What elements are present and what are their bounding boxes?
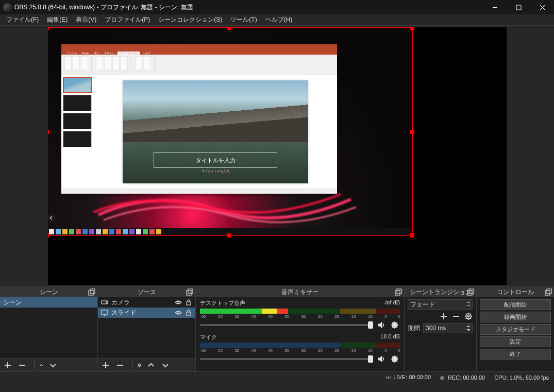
duration-value: 300 ms xyxy=(426,325,446,332)
start-streaming-button[interactable]: 配信開始 xyxy=(480,299,551,310)
maximize-button[interactable] xyxy=(507,0,530,14)
audio-mixer-dock: 音声ミキサー デスクトップ音声 -inf dB -60-55-50 -45-40… xyxy=(196,287,405,371)
add-transition-button[interactable] xyxy=(439,312,448,321)
remove-source-button[interactable] xyxy=(115,361,125,370)
add-source-button[interactable] xyxy=(101,361,110,370)
minimize-button[interactable] xyxy=(483,0,507,14)
chevron-left-icon xyxy=(48,213,56,223)
lock-toggle-icon[interactable] xyxy=(185,299,192,306)
scene-item[interactable]: シーン xyxy=(0,297,97,308)
svg-point-22 xyxy=(468,316,469,317)
svg-point-16 xyxy=(394,325,396,326)
add-scene-button[interactable] xyxy=(3,361,12,370)
move-scene-up-button[interactable] xyxy=(34,361,43,370)
dock-popout-icon[interactable] xyxy=(395,288,402,297)
svg-point-6 xyxy=(177,301,179,303)
resize-handle[interactable] xyxy=(410,27,414,30)
preview-area: ファイルHome挿入 デザインスライドショーヘルプ xyxy=(0,26,554,286)
channel-settings-button[interactable] xyxy=(390,354,400,364)
dock-popout-icon[interactable] xyxy=(186,288,193,297)
camera-icon xyxy=(101,299,108,306)
studio-mode-button[interactable]: スタジオモード xyxy=(480,324,551,335)
duration-spinbox[interactable]: 300 ms xyxy=(423,323,473,333)
transition-properties-button[interactable] xyxy=(464,312,473,321)
resize-handle[interactable] xyxy=(48,233,49,237)
obs-logo-icon xyxy=(3,3,11,11)
settings-button[interactable]: 設定 xyxy=(480,336,551,347)
start-recording-button[interactable]: 録画開始 xyxy=(480,312,551,322)
channel-name: マイク xyxy=(200,333,217,341)
svg-point-9 xyxy=(177,312,179,314)
channel-settings-button[interactable] xyxy=(390,320,400,330)
move-source-down-button[interactable] xyxy=(161,361,170,370)
source-item[interactable]: スライド xyxy=(98,308,195,318)
menu-scene-collection[interactable]: シーンコレクション(S) xyxy=(154,14,226,25)
lock-toggle-icon[interactable] xyxy=(185,309,192,316)
menu-help[interactable]: ヘルプ(H) xyxy=(261,14,297,25)
selection-box[interactable]: ファイルHome挿入 デザインスライドショーヘルプ xyxy=(48,27,413,236)
svg-point-25 xyxy=(388,377,390,379)
live-time-label: LIVE: 00:00:00 xyxy=(393,374,431,380)
source-item[interactable]: カメラ xyxy=(98,297,195,308)
scenes-dock: シーン シーン xyxy=(0,287,98,371)
rec-status: REC: 00:00:00 xyxy=(440,374,485,381)
close-button[interactable] xyxy=(530,0,554,14)
source-properties-button[interactable] xyxy=(132,361,141,370)
volume-meter xyxy=(200,343,400,348)
dock-popout-icon[interactable] xyxy=(545,288,552,297)
dock-popout-icon[interactable] xyxy=(88,288,95,297)
mute-button[interactable] xyxy=(376,354,387,364)
meter-ticks: -60-55-50 -45-40-35 -30-25-20 -15-10-5 0 xyxy=(200,314,400,319)
scenes-list[interactable]: シーン xyxy=(0,297,97,358)
menu-edit[interactable]: 編集(E) xyxy=(43,14,72,25)
menu-view[interactable]: 表示(V) xyxy=(72,14,100,25)
svg-rect-20 xyxy=(469,289,474,294)
svg-rect-10 xyxy=(187,312,191,315)
svg-rect-13 xyxy=(395,291,400,295)
svg-point-12 xyxy=(139,365,140,366)
transition-select[interactable]: フェード xyxy=(408,299,473,310)
menu-file[interactable]: ファイル(F) xyxy=(2,14,43,25)
duration-label: 期間 xyxy=(408,324,420,333)
mixer-channel: デスクトップ音声 -inf dB -60-55-50 -45-40-35 -30… xyxy=(196,297,404,331)
preview-canvas[interactable]: ファイルHome挿入 デザインスライドショーヘルプ xyxy=(48,27,507,285)
volume-slider[interactable] xyxy=(200,324,373,326)
visibility-toggle-icon[interactable] xyxy=(175,309,182,316)
resize-handle[interactable] xyxy=(227,27,231,30)
dock-popout-icon[interactable] xyxy=(467,288,474,297)
svg-rect-0 xyxy=(516,5,521,10)
scenes-dock-title: シーン xyxy=(0,287,97,297)
sources-dock-title: ソース xyxy=(98,287,195,297)
controls-dock: コントロール 配信開始 録画開始 スタジオモード 設定 終了 xyxy=(477,287,554,371)
svg-rect-2 xyxy=(90,289,95,294)
svg-rect-1 xyxy=(89,291,93,295)
scene-item-label: シーン xyxy=(3,298,22,307)
mixer-dock-title: 音声ミキサー xyxy=(196,287,404,297)
svg-rect-7 xyxy=(187,302,191,305)
dock-title-label: 音声ミキサー xyxy=(281,288,318,297)
resize-handle[interactable] xyxy=(48,27,49,30)
channel-name: デスクトップ音声 xyxy=(200,299,245,307)
source-item-label: スライド xyxy=(111,309,136,317)
svg-rect-19 xyxy=(467,291,472,295)
visibility-toggle-icon[interactable] xyxy=(175,299,182,306)
resize-handle[interactable] xyxy=(227,233,231,237)
resize-handle[interactable] xyxy=(48,130,49,134)
mute-button[interactable] xyxy=(376,320,387,330)
channel-db: -inf dB xyxy=(383,299,400,307)
menu-profile[interactable]: プロファイル(P) xyxy=(100,14,154,25)
transitions-dock: シーントランジション フェード 期間 300 ms xyxy=(405,287,477,371)
resize-handle[interactable] xyxy=(410,130,414,134)
move-source-up-button[interactable] xyxy=(146,361,156,370)
volume-slider[interactable] xyxy=(200,358,373,360)
move-scene-down-button[interactable] xyxy=(48,361,58,370)
resize-handle[interactable] xyxy=(410,233,414,237)
updown-icon xyxy=(467,301,471,308)
remove-scene-button[interactable] xyxy=(18,361,27,370)
sources-list[interactable]: カメラ スライド xyxy=(98,297,195,358)
remove-transition-button[interactable] xyxy=(451,312,461,321)
exit-button[interactable]: 終了 xyxy=(480,349,551,360)
spin-arrows-icon[interactable] xyxy=(466,325,471,332)
menu-tools[interactable]: ツール(T) xyxy=(226,14,261,25)
svg-rect-5 xyxy=(102,301,106,304)
